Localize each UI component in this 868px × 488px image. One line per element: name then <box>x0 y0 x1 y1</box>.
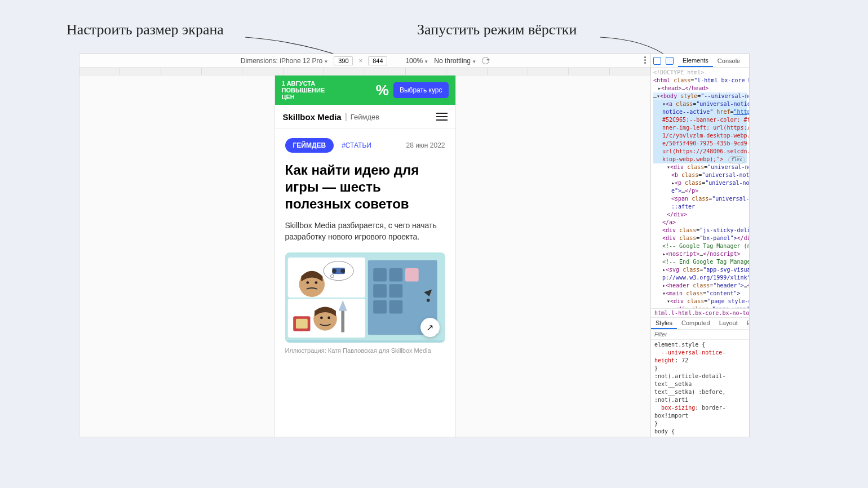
svg-point-11 <box>306 282 309 285</box>
styles-filter-input[interactable] <box>651 330 749 340</box>
tab-layout[interactable]: Layout <box>715 318 742 329</box>
dim-separator: × <box>358 57 362 65</box>
device-toolbar: Dimensions: iPhone 12 Pro × 100% No thro… <box>79 54 650 68</box>
svg-rect-22 <box>341 308 344 332</box>
ruler <box>79 68 650 76</box>
tab-console[interactable]: Console <box>713 54 745 67</box>
svg-rect-8 <box>389 300 402 314</box>
article-body: ГЕЙМДЕВ #СТАТЬИ 28 июн 2022 Как найти ид… <box>275 129 455 363</box>
annotation-left: Настроить размер экрана <box>67 21 224 38</box>
styles-tabs: Styles Computed Layout Even <box>651 317 749 330</box>
svg-point-12 <box>315 282 317 285</box>
banner-text: 1 АВГУСТА ПОВЫШЕНИЕ ЦЕН <box>282 80 371 100</box>
device-toggle-icon[interactable] <box>666 57 674 65</box>
article-date: 28 июн 2022 <box>406 141 445 149</box>
share-button[interactable]: ↗ <box>420 318 440 337</box>
svg-rect-7 <box>373 300 387 314</box>
annotation-right: Запустить режим вёрстки <box>417 21 577 38</box>
svg-rect-9 <box>287 258 365 298</box>
phone-header: Skillbox Media | Геймдев <box>275 105 455 129</box>
dimensions-dropdown[interactable]: Dimensions: iPhone 12 Pro <box>241 57 329 65</box>
brand-logo[interactable]: Skillbox Media <box>283 112 342 122</box>
tab-styles[interactable]: Styles <box>651 318 677 329</box>
zoom-dropdown[interactable]: 100% <box>405 57 428 65</box>
tab-elements[interactable]: Elements <box>678 54 713 67</box>
svg-point-20 <box>320 317 323 320</box>
hero-illustration: ↗ <box>285 252 445 343</box>
dom-tree[interactable]: <!DOCTYPE html><html class="l-html bx-co… <box>651 68 749 308</box>
phone-frame: 1 АВГУСТА ПОВЫШЕНИЕ ЦЕН % Выбрать курс S… <box>275 76 455 437</box>
burger-menu-icon[interactable] <box>436 113 448 121</box>
inspector-pane: Elements Console <!DOCTYPE html><html cl… <box>650 54 749 437</box>
styles-body[interactable]: element.style {--universal-notice-height… <box>651 340 749 437</box>
category-pill[interactable]: ГЕЙМДЕВ <box>285 138 334 153</box>
device-preview-pane: Dimensions: iPhone 12 Pro × 100% No thro… <box>79 54 650 437</box>
element-picker-icon[interactable] <box>653 57 661 65</box>
svg-rect-3 <box>389 268 402 282</box>
width-input[interactable] <box>334 56 353 65</box>
brand-section[interactable]: Геймдев <box>351 113 379 121</box>
inspector-tabs: Elements Console <box>651 54 749 68</box>
tab-event[interactable]: Even <box>742 318 749 329</box>
tab-computed[interactable]: Computed <box>677 318 715 329</box>
svg-rect-25 <box>295 319 307 329</box>
throttling-dropdown[interactable]: No throttling <box>434 57 476 65</box>
svg-point-21 <box>327 317 330 320</box>
article-title: Как найти идею для игры — шесть полезных… <box>285 162 445 212</box>
devtools-window: Dimensions: iPhone 12 Pro × 100% No thro… <box>79 54 750 437</box>
rotate-icon[interactable] <box>482 57 489 64</box>
article-meta: ГЕЙМДЕВ #СТАТЬИ 28 июн 2022 <box>285 138 445 153</box>
svg-rect-5 <box>389 285 402 298</box>
svg-point-16 <box>332 269 336 273</box>
preview-canvas: 1 АВГУСТА ПОВЫШЕНИЕ ЦЕН % Выбрать курс S… <box>79 76 650 437</box>
height-input[interactable] <box>368 56 387 65</box>
svg-rect-4 <box>373 285 387 298</box>
svg-rect-2 <box>373 268 387 282</box>
svg-point-14 <box>330 275 334 278</box>
percent-icon: % <box>376 82 389 99</box>
article-lead: Skillbox Media разбирается, с чего начат… <box>285 220 445 242</box>
dom-breadcrumb[interactable]: html.l-html.bx-core.bx-no-touch.bx-no- <box>651 308 749 317</box>
svg-rect-6 <box>405 268 419 282</box>
share-icon: ↗ <box>426 322 433 333</box>
svg-point-26 <box>426 299 429 302</box>
brand-separator: | <box>342 112 351 122</box>
hero-caption: Иллюстрация: Катя Павловская для Skillbo… <box>285 347 445 354</box>
choose-course-button[interactable]: Выбрать курс <box>393 82 449 98</box>
promo-banner[interactable]: 1 АВГУСТА ПОВЫШЕНИЕ ЦЕН % Выбрать курс <box>275 76 455 105</box>
svg-point-17 <box>340 269 345 273</box>
kebab-menu-icon[interactable] <box>644 56 646 64</box>
article-tag[interactable]: #СТАТЬИ <box>342 141 371 149</box>
